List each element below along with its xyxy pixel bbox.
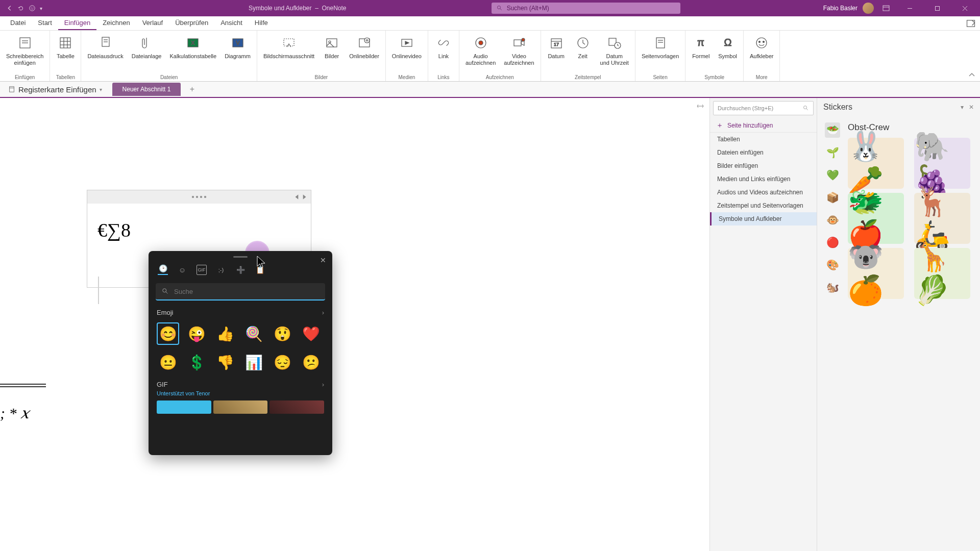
- page-item[interactable]: Zeitstempel und Seitenvorlagen: [710, 199, 817, 212]
- menu-tab-start[interactable]: Start: [32, 16, 58, 30]
- ribbon-onlinebilder[interactable]: Onlinebilder: [346, 33, 382, 73]
- user-name[interactable]: Fabio Basler: [823, 5, 857, 12]
- sticker-category[interactable]: 🐿️: [825, 280, 840, 295]
- sticker-category[interactable]: 🌱: [825, 145, 840, 160]
- gif-thumb[interactable]: [213, 400, 268, 414]
- add-page-button[interactable]: ＋ Seite hinzufügen: [710, 118, 817, 133]
- emoji-tab-symbols[interactable]: ➕: [235, 265, 246, 275]
- emoji-item[interactable]: 📊: [242, 351, 265, 373]
- ribbon-dateiausdruck[interactable]: Dateiausdruck: [84, 33, 126, 73]
- stickers-dropdown-icon[interactable]: ▾: [961, 104, 964, 111]
- sticker-item[interactable]: 🐨🍊: [848, 248, 904, 299]
- ribbon-audio-aufzeichnen[interactable]: Audioaufzeichnen: [462, 33, 499, 73]
- undo-icon[interactable]: [17, 5, 24, 12]
- ribbon-mode-icon[interactable]: [882, 4, 890, 12]
- fullwidth-icon[interactable]: [696, 102, 704, 110]
- close-button[interactable]: [953, 0, 976, 16]
- ribbon-formel[interactable]: πFormel: [689, 33, 713, 73]
- ribbon-kalkulationstabelle[interactable]: XKalkulationstabelle: [166, 33, 219, 73]
- sticker-item[interactable]: 🐘🍇: [914, 138, 970, 189]
- ribbon-link[interactable]: Link: [431, 33, 456, 73]
- page-item[interactable]: Dateien einfügen: [710, 146, 817, 159]
- share-icon[interactable]: [966, 18, 976, 29]
- gif-thumb[interactable]: [270, 400, 324, 414]
- ribbon-aufkleber[interactable]: Aufkleber: [747, 33, 776, 73]
- ribbon-bilder[interactable]: Bilder: [320, 33, 344, 73]
- emoji-item[interactable]: 🍭: [242, 322, 265, 345]
- emoji-item[interactable]: 👍: [214, 322, 236, 345]
- back-icon[interactable]: [6, 5, 13, 12]
- note-next-icon[interactable]: [301, 193, 308, 201]
- menu-tab-verlauf[interactable]: Verlauf: [136, 16, 169, 30]
- gif-thumb[interactable]: [157, 400, 211, 414]
- menu-tab-einfügen[interactable]: Einfügen: [58, 16, 96, 30]
- menu-tab-hilfe[interactable]: Hilfe: [249, 16, 274, 30]
- sticker-category[interactable]: 📦: [825, 190, 840, 205]
- ribbon-schreibbereich-einfügen[interactable]: Schreibbereicheinfügen: [3, 33, 46, 73]
- avatar[interactable]: [863, 3, 874, 14]
- emoji-item[interactable]: 😜: [185, 322, 208, 345]
- ribbon-onlinevideo[interactable]: Onlinevideo: [389, 33, 425, 73]
- emoji-item[interactable]: 😲: [271, 322, 293, 345]
- emoji-item[interactable]: 💲: [185, 351, 208, 373]
- page-item[interactable]: Bilder einfügen: [710, 159, 817, 172]
- ribbon-seitenvorlagen[interactable]: Seitenvorlagen: [639, 33, 682, 73]
- menu-tab-datei[interactable]: Datei: [4, 16, 32, 30]
- sticker-category[interactable]: 🐵: [825, 212, 840, 228]
- sticker-item[interactable]: 🦒🥬: [914, 248, 970, 299]
- ribbon-datum[interactable]: 17Datum: [544, 33, 569, 73]
- note-drag-handle[interactable]: [87, 190, 311, 204]
- ribbon-tabelle[interactable]: Tabelle: [53, 33, 78, 73]
- emoji-item[interactable]: 👎: [214, 351, 236, 373]
- ribbon-dateianlage[interactable]: Dateianlage: [129, 33, 165, 73]
- canvas[interactable]: €∑8 ; * 𝑥 ✕ 🕑 ☺ GIF ;-) ➕ 📋 Emoji: [0, 98, 709, 551]
- emoji-item[interactable]: 😔: [271, 351, 293, 373]
- sticker-item[interactable]: 🐰🥕: [848, 138, 904, 189]
- emoji-tab-kaomoji[interactable]: ;-): [216, 265, 226, 275]
- menu-tab-ansicht[interactable]: Ansicht: [214, 16, 249, 30]
- menu-tab-zeichnen[interactable]: Zeichnen: [96, 16, 136, 30]
- emoji-item[interactable]: 😐: [157, 351, 179, 373]
- math-expression: ; * 𝑥: [0, 404, 29, 422]
- ribbon-bildschirmausschnitt[interactable]: Bildschirmausschnitt: [260, 33, 317, 73]
- minimize-button[interactable]: [898, 0, 921, 16]
- emoji-tab-gif[interactable]: GIF: [197, 265, 207, 275]
- note-prev-icon[interactable]: [293, 193, 301, 201]
- emoji-close-button[interactable]: ✕: [320, 256, 326, 264]
- ribbon-zeit[interactable]: Zeit: [571, 33, 595, 73]
- add-section-button[interactable]: +: [186, 83, 198, 95]
- emoji-search[interactable]: [156, 283, 325, 300]
- notebook-dropdown[interactable]: Registerkarte Einfügen ▾: [4, 83, 106, 96]
- ribbon-video-aufzeichnen[interactable]: Videoaufzeichnen: [501, 33, 537, 73]
- page-item[interactable]: Audios und Videos aufzeichnen: [710, 186, 817, 199]
- emoji-titlebar-icon[interactable]: [29, 5, 36, 12]
- emoji-search-input[interactable]: [174, 288, 319, 295]
- collapse-ribbon-icon[interactable]: [968, 71, 976, 79]
- ribbon-symbol[interactable]: ΩSymbol: [715, 33, 740, 73]
- emoji-section-header[interactable]: Emoji ›: [149, 305, 332, 320]
- emoji-item[interactable]: 😊: [157, 322, 179, 345]
- gif-section-header[interactable]: GIF ›: [149, 375, 332, 390]
- stickers-close-button[interactable]: ✕: [969, 104, 974, 111]
- ribbon-diagramm[interactable]: VDiagramm: [222, 33, 254, 73]
- page-item[interactable]: Tabellen: [710, 133, 817, 146]
- emoji-tab-recent[interactable]: 🕑: [158, 265, 168, 275]
- ribbon-datum-und-uhrzeit[interactable]: Datumund Uhrzeit: [597, 33, 632, 73]
- sticker-item[interactable]: 🐲🍎: [848, 193, 904, 244]
- chevron-right-icon: ›: [322, 309, 324, 316]
- sticker-category[interactable]: 🥗: [825, 122, 840, 138]
- menu-tab-überprüfen[interactable]: Überprüfen: [169, 16, 214, 30]
- search-input[interactable]: Suchen (Alt+M): [492, 3, 680, 14]
- sticker-category[interactable]: 🔴: [825, 235, 840, 250]
- emoji-item[interactable]: 😕: [300, 351, 322, 373]
- maximize-button[interactable]: [926, 0, 948, 16]
- sticker-category[interactable]: 💚: [825, 167, 840, 183]
- emoji-tab-smileys[interactable]: ☺: [177, 265, 187, 275]
- emoji-item[interactable]: ❤️: [300, 322, 322, 345]
- page-search[interactable]: Durchsuchen (Strg+E): [713, 101, 814, 115]
- sticker-item[interactable]: 🦌🛵: [914, 193, 970, 244]
- section-tab[interactable]: Neuer Abschnitt 1: [112, 83, 181, 96]
- page-item[interactable]: Symbole und Aufkleber: [710, 212, 817, 226]
- sticker-category[interactable]: 🎨: [825, 257, 840, 272]
- page-item[interactable]: Medien und Links einfügen: [710, 172, 817, 186]
